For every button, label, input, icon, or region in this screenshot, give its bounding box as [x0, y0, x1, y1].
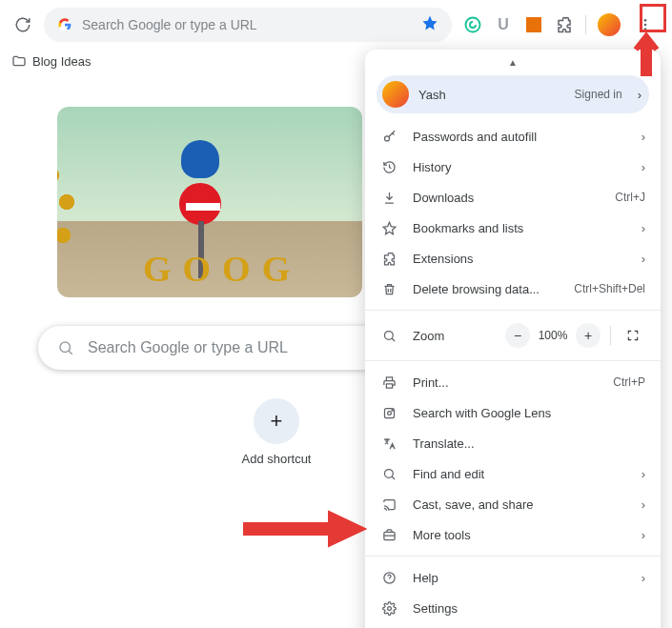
menu-user-status: Signed in — [575, 88, 622, 101]
trash-icon — [380, 282, 397, 296]
grammarly-icon[interactable] — [463, 15, 482, 34]
star-icon — [380, 221, 397, 235]
menu-avatar — [382, 81, 409, 108]
menu-separator — [365, 310, 661, 311]
settings-icon — [380, 601, 397, 616]
menu-collapse-button[interactable]: ▲ — [365, 55, 661, 71]
menu-item-settings[interactable]: Settings — [365, 593, 661, 623]
zoom-label: Zoom — [413, 329, 490, 343]
add-shortcut-button[interactable]: + — [254, 398, 299, 444]
bookmark-item[interactable]: Blog Ideas — [11, 53, 91, 69]
menu-item-find-and-edit[interactable]: Find and edit› — [365, 458, 661, 489]
profile-avatar[interactable] — [598, 13, 621, 36]
puzzle-icon — [380, 252, 397, 266]
menu-item-shortcut: Ctrl+P — [613, 375, 645, 389]
fullscreen-button[interactable] — [621, 323, 645, 348]
zoom-out-button[interactable]: − — [505, 323, 530, 348]
annotation-arrow-up-icon — [630, 29, 662, 76]
menu-item-exit[interactable]: Exit — [365, 623, 661, 628]
menu-item-label: Settings — [413, 601, 645, 616]
menu-item-history[interactable]: History› — [365, 152, 661, 182]
ntp-search-placeholder: Search Google or type a URL — [88, 339, 288, 356]
add-shortcut-label: Add shortcut — [242, 452, 312, 466]
chevron-right-icon: › — [641, 160, 645, 174]
browser-toolbar: Search Google or type a URL U — [0, 0, 672, 50]
google-icon — [57, 17, 72, 32]
menu-item-passwords-and-autofill[interactable]: Passwords and autofill› — [365, 121, 661, 152]
zoom-level: 100% — [536, 329, 570, 342]
menu-item-print[interactable]: Print...Ctrl+P — [365, 367, 661, 397]
omnibox-placeholder: Search Google or type a URL — [82, 17, 412, 32]
menu-item-delete-browsing-data[interactable]: Delete browsing data...Ctrl+Shift+Del — [365, 273, 661, 304]
menu-item-translate[interactable]: Translate... — [365, 428, 661, 458]
svg-point-3 — [644, 24, 647, 27]
menu-item-label: Find and edit — [413, 467, 626, 481]
menu-user-row[interactable]: Yash Signed in › — [377, 75, 649, 113]
menu-item-label: Cast, save, and share — [413, 497, 626, 512]
omnibox[interactable]: Search Google or type a URL — [44, 8, 452, 42]
chevron-right-icon: › — [641, 130, 645, 144]
history-icon — [380, 160, 397, 174]
svg-point-2 — [644, 19, 647, 22]
chevron-right-icon: › — [638, 88, 641, 102]
menu-separator — [365, 360, 661, 361]
menu-item-label: Passwords and autofill — [413, 130, 626, 144]
chevron-right-icon: › — [641, 467, 645, 481]
key-icon — [380, 130, 397, 144]
svg-point-11 — [392, 409, 393, 410]
menu-item-label: History — [413, 160, 626, 174]
zoom-icon — [380, 329, 397, 343]
chevron-right-icon: › — [641, 528, 645, 542]
menu-item-label: Print... — [413, 375, 598, 390]
svg-point-1 — [466, 18, 480, 32]
menu-item-cast-save-and-share[interactable]: Cast, save, and share› — [365, 489, 661, 519]
search-icon — [57, 339, 74, 356]
doodle-letters: GOOG — [143, 248, 301, 290]
lens-icon — [380, 406, 397, 420]
svg-point-15 — [387, 606, 391, 610]
google-doodle[interactable]: GOOG — [57, 107, 362, 297]
svg-rect-16 — [243, 523, 334, 535]
menu-item-label: Extensions — [413, 252, 626, 266]
extensions-puzzle-icon[interactable] — [555, 15, 574, 34]
bookmark-label: Blog Ideas — [32, 54, 91, 69]
zoom-in-button[interactable]: + — [576, 323, 601, 348]
add-shortcut[interactable]: + Add shortcut — [238, 398, 315, 466]
bookmark-star-icon[interactable] — [421, 14, 438, 35]
annotation-arrow-right-icon — [243, 510, 367, 548]
cast-icon — [380, 497, 397, 512]
chrome-menu: ▲ Yash Signed in › Passwords and autofil… — [365, 50, 661, 628]
svg-rect-5 — [641, 46, 652, 76]
chevron-right-icon: › — [641, 252, 645, 266]
menu-item-help[interactable]: Help› — [365, 562, 661, 593]
menu-item-label: Delete browsing data... — [413, 282, 559, 296]
print-icon — [380, 375, 397, 390]
chevron-right-icon: › — [641, 497, 645, 512]
find-icon — [380, 467, 397, 481]
reload-button[interactable] — [10, 11, 36, 38]
extension-orange-icon[interactable] — [524, 15, 543, 34]
svg-point-10 — [387, 411, 391, 415]
folder-icon — [11, 53, 27, 69]
menu-item-label: Bookmarks and lists — [413, 221, 626, 235]
menu-item-extensions[interactable]: Extensions› — [365, 243, 661, 273]
menu-item-search-with-google-lens[interactable]: Search with Google Lens — [365, 397, 661, 428]
extension-u-icon[interactable]: U — [494, 15, 513, 34]
menu-item-label: Search with Google Lens — [413, 406, 645, 420]
menu-user-name: Yash — [418, 88, 565, 102]
toolbar-divider — [585, 15, 586, 34]
menu-item-shortcut: Ctrl+Shift+Del — [574, 282, 645, 295]
menu-item-label: Help — [413, 571, 626, 585]
menu-item-more-tools[interactable]: More tools› — [365, 519, 661, 550]
translate-icon — [380, 436, 397, 451]
menu-item-label: More tools — [413, 528, 626, 542]
svg-point-12 — [384, 469, 393, 477]
download-icon — [380, 191, 397, 205]
menu-item-bookmarks-and-lists[interactable]: Bookmarks and lists› — [365, 213, 661, 243]
menu-item-downloads[interactable]: DownloadsCtrl+J — [365, 182, 661, 213]
chevron-right-icon: › — [641, 221, 645, 235]
menu-separator — [365, 556, 661, 557]
svg-point-8 — [384, 331, 393, 339]
menu-item-shortcut: Ctrl+J — [615, 191, 645, 204]
help-icon — [380, 571, 397, 585]
